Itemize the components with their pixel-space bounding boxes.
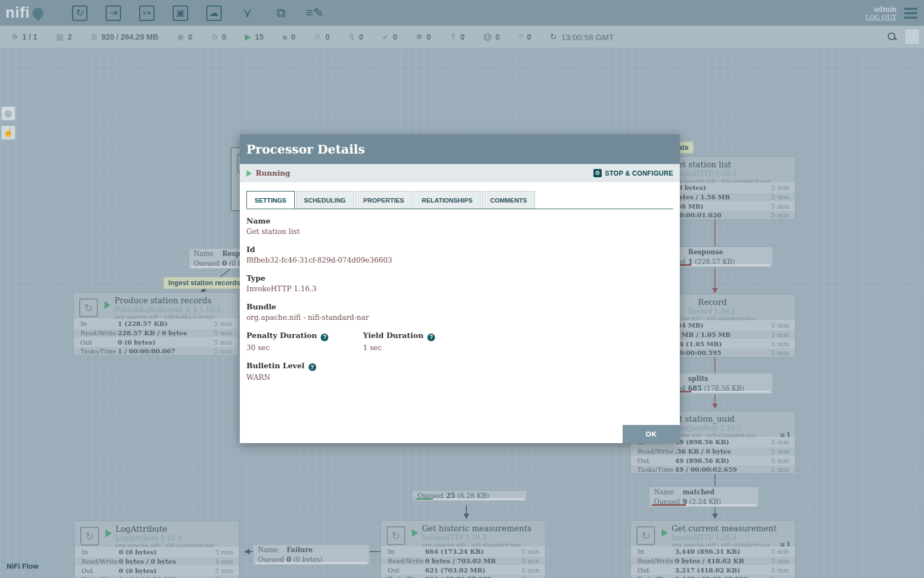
processor-name: Get station list xyxy=(672,160,731,169)
processor[interactable]: ↻Produce station recordsPublishKafkaReco… xyxy=(73,292,238,356)
status-threads: ▦2 xyxy=(56,32,72,42)
stat-row: Read/Write228.57 KB / 0 bytes5 min xyxy=(74,328,238,337)
stat-row: Tasks/Time0 / 00:00:00.0005 min xyxy=(75,575,239,578)
tab-relationships[interactable]: RELATIONSHIPS xyxy=(414,191,481,209)
field-value-bundle: org.apache.nifi - nifi-standard-nar xyxy=(246,313,673,321)
panel-toggle-button[interactable] xyxy=(905,29,920,45)
field-value-penalty-duration: 30 sec xyxy=(246,343,330,352)
status-up-to-date: ✔0 xyxy=(382,32,397,42)
disabled-icon: ↯ xyxy=(348,32,355,42)
status-count: 2 xyxy=(68,32,72,41)
stat-row: Read/Write.56 KB / 0 bytes5 min xyxy=(631,446,795,456)
processor-type: PublishKafkaRecord_2_6 1.16.3 xyxy=(114,306,221,314)
field-value-bulletin-level: WARN xyxy=(246,373,673,381)
processor-type: InvokeHTTP 1.16.3 xyxy=(672,170,736,178)
status-count: 0 xyxy=(527,32,531,41)
stat-row: Out0 (0 bytes)5 min xyxy=(74,337,238,347)
dialog-tabs: SETTINGSSCHEDULINGPROPERTIESRELATIONSHIP… xyxy=(246,191,673,209)
connection-label[interactable]: NameFailureQueued0 (0 bytes) xyxy=(253,544,370,565)
tab-properties[interactable]: PROPERTIES xyxy=(355,191,413,209)
processor[interactable]: ↻Get historic measurementsInvokeHTTP 1.1… xyxy=(381,520,546,578)
funnel-icon[interactable]: ⋎ xyxy=(238,4,257,23)
processor[interactable]: ↻Get current measurementInvokeHTTP 1.16.… xyxy=(630,520,795,578)
status-count: 15 xyxy=(255,32,264,41)
current-user: admin xyxy=(865,5,897,13)
hand-tool-icon[interactable]: ☝ xyxy=(1,126,15,140)
status-stale: ⇑0 xyxy=(449,32,464,42)
running-icon: ▶ xyxy=(245,32,251,42)
stat-row: In1 (228.57 KB)5 min xyxy=(74,319,238,328)
help-icon[interactable]: ? xyxy=(321,334,328,341)
running-icon xyxy=(106,530,112,537)
field-value-name: Get station list xyxy=(246,227,673,236)
processor-icon: ↻ xyxy=(79,298,98,317)
processor-name: Get current measurement xyxy=(672,524,777,533)
status-running: ▶15 xyxy=(245,32,263,42)
refresh-icon[interactable]: ↻ xyxy=(550,32,557,42)
queued-icon: ≣ xyxy=(91,32,98,42)
stop-and-configure-button[interactable]: ⚙ STOP & CONFIGURE xyxy=(593,169,673,177)
processor-name: LogAttribute xyxy=(116,525,167,533)
field-value-type: InvokeHTTP 1.16.3 xyxy=(246,285,673,293)
field-label-id: Id xyxy=(246,245,673,254)
stat-row: Out621 (703.02 MB)5 min xyxy=(381,565,545,575)
invalid-icon: ⚠ xyxy=(314,32,321,42)
logout-link[interactable]: LOG OUT xyxy=(865,13,897,21)
modified-stale-icon: ! xyxy=(483,33,492,41)
breadcrumb[interactable]: NiFi Flow xyxy=(7,562,38,570)
field-label-penalty-duration: Penalty Duration? xyxy=(246,331,330,341)
processor-type: InvokeHTTP 1.16.3 xyxy=(672,534,736,542)
status-disabled: ↯0 xyxy=(348,32,363,42)
status-count: 920 / 264.29 MB xyxy=(101,32,158,41)
help-icon[interactable]: ? xyxy=(427,334,435,341)
connection-label-row: Namematched xyxy=(650,487,758,497)
field-label-type: Type xyxy=(246,274,673,282)
stat-row: Tasks/Time49 / 00:00:02.6595 min xyxy=(631,465,795,474)
status-stopped: ■0 xyxy=(282,32,295,42)
processor-icon[interactable]: ↻ xyxy=(70,4,89,23)
input-port-icon[interactable]: ⇥ xyxy=(104,4,123,23)
global-menu-icon[interactable] xyxy=(904,8,917,19)
dialog-header: Processor Details xyxy=(240,134,680,164)
field-label-yield-duration: Yield Duration? xyxy=(363,331,447,341)
dialog-body: SETTINGSSCHEDULINGPROPERTIESRELATIONSHIP… xyxy=(240,182,680,443)
status-count: 1 / 1 xyxy=(22,32,37,41)
remote-process-group-icon[interactable]: ☁ xyxy=(205,4,223,23)
stop-configure-gear-icon: ⚙ xyxy=(593,169,602,177)
dialog-title: Processor Details xyxy=(246,142,365,156)
tab-scheduling[interactable]: SCHEDULING xyxy=(296,191,354,209)
status-not-transmitting: ⊘0 xyxy=(211,32,226,42)
ok-button[interactable]: OK xyxy=(623,425,680,443)
locally-modified-icon: ✱ xyxy=(416,32,423,42)
search-icon[interactable] xyxy=(887,32,897,42)
stat-row: In664 (173.24 KB)5 min xyxy=(381,547,545,556)
transmitting-icon: ◉ xyxy=(177,32,184,42)
canvas-label[interactable]: Ingest station records xyxy=(163,277,245,289)
process-group-icon[interactable]: ▣ xyxy=(171,4,190,23)
status-queued: ≣920 / 264.29 MB xyxy=(91,32,158,42)
connection-label[interactable]: NamematchedQueued9 (2.24 KB) xyxy=(649,487,759,508)
nifi-logo-text: nifi xyxy=(6,4,30,21)
help-icon[interactable]: ? xyxy=(309,363,316,371)
stat-row: Out49 (898.56 KB)5 min xyxy=(631,456,795,465)
output-port-icon[interactable]: ↦ xyxy=(138,4,156,23)
stat-row: Tasks/Time664 / 00:01:57.9865 min xyxy=(381,574,545,578)
status-count: 0 xyxy=(460,32,465,41)
up-to-date-icon: ✔ xyxy=(382,32,389,42)
tab-settings[interactable]: SETTINGS xyxy=(246,191,295,209)
connection-label[interactable]: Queued25 (6.28 KB) xyxy=(413,490,527,501)
status-count: 0 xyxy=(222,32,226,41)
birdseye-icon[interactable]: ◎ xyxy=(1,106,15,121)
running-icon xyxy=(246,170,252,177)
processor-name: ct station_uuid xyxy=(675,415,735,423)
template-icon[interactable]: ⧉ xyxy=(272,4,290,23)
status-sync-failure: ?0 xyxy=(519,32,531,42)
status-transmitting: ◉0 xyxy=(177,32,193,42)
field-label-bundle: Bundle xyxy=(246,302,673,311)
tab-comments[interactable]: COMMENTS xyxy=(482,191,535,209)
stat-row: Read/Write0 bytes / 0 bytes5 min xyxy=(75,557,239,566)
label-icon[interactable]: ≡✎ xyxy=(305,4,324,23)
processor-icon: ↻ xyxy=(387,526,405,545)
processor-type: LogAttribute 1.16.3 xyxy=(116,535,182,542)
processor[interactable]: ↻LogAttributeLogAttribute 1.16.3org.apac… xyxy=(74,521,239,578)
